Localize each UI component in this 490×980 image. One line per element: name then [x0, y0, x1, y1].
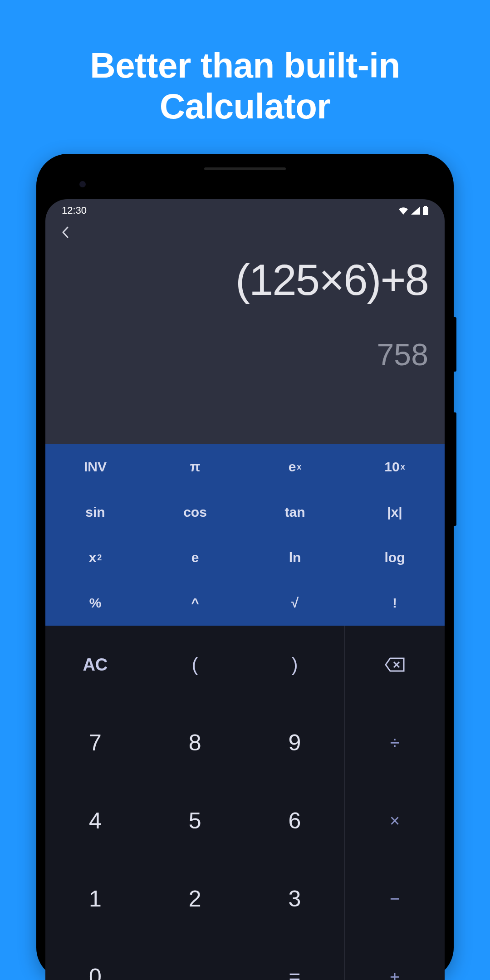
log-button[interactable]: log	[345, 535, 445, 580]
all-clear-button[interactable]: AC	[45, 626, 145, 704]
scientific-panel: INV π ex 10x sin cos tan |x| x2 e ln log…	[45, 444, 445, 626]
status-icons	[398, 206, 428, 215]
x-squared-base: x	[89, 550, 97, 565]
divide-button[interactable]: ÷	[345, 704, 445, 782]
equals-button[interactable]: =	[245, 938, 345, 980]
digit-0-button[interactable]: 0	[45, 938, 145, 980]
signal-icon	[411, 206, 420, 215]
x-squared-sup: 2	[97, 553, 102, 563]
backspace-icon	[385, 657, 405, 672]
ten-to-x-sup: x	[401, 462, 405, 472]
e-button[interactable]: e	[145, 535, 245, 580]
multiply-button[interactable]: ×	[345, 782, 445, 860]
number-grid: AC ( ) 7 8 9 4 5 6 1 2 3 0 . =	[45, 626, 344, 980]
phone-power-button	[454, 317, 456, 372]
promo-title: Better than built-in Calculator	[90, 45, 400, 127]
status-time: 12:30	[62, 205, 87, 216]
battery-icon	[423, 206, 428, 215]
phone-screen: 12:30 (125×6)+8 758 INV π ex 10x sin cos…	[45, 199, 445, 980]
digit-1-button[interactable]: 1	[45, 860, 145, 938]
wifi-icon	[398, 206, 408, 215]
sqrt-button[interactable]: √	[245, 580, 345, 626]
inv-button[interactable]: INV	[45, 444, 145, 490]
phone-camera	[79, 181, 86, 187]
power-button[interactable]: ^	[145, 580, 245, 626]
percent-button[interactable]: %	[45, 580, 145, 626]
digit-4-button[interactable]: 4	[45, 782, 145, 860]
expression-display: (125×6)+8	[62, 255, 428, 305]
chevron-left-icon	[62, 226, 69, 238]
left-paren-button[interactable]: (	[145, 626, 245, 704]
ln-button[interactable]: ln	[245, 535, 345, 580]
ten-to-x-base: 10	[384, 459, 399, 475]
status-bar: 12:30	[45, 199, 445, 222]
e-to-x-sup: x	[297, 462, 301, 472]
phone-speaker	[204, 167, 286, 170]
digit-2-button[interactable]: 2	[145, 860, 245, 938]
digit-8-button[interactable]: 8	[145, 704, 245, 782]
decimal-button[interactable]: .	[145, 938, 245, 980]
promo-line-2: Calculator	[160, 86, 330, 126]
ten-to-x-button[interactable]: 10x	[345, 444, 445, 490]
sin-button[interactable]: sin	[45, 490, 145, 535]
phone-volume-button	[454, 412, 456, 526]
digit-3-button[interactable]: 3	[245, 860, 345, 938]
tan-button[interactable]: tan	[245, 490, 345, 535]
e-to-x-base: e	[289, 459, 296, 475]
factorial-button[interactable]: !	[345, 580, 445, 626]
phone-frame: 12:30 (125×6)+8 758 INV π ex 10x sin cos…	[36, 154, 454, 980]
back-button[interactable]	[62, 226, 69, 241]
x-squared-button[interactable]: x2	[45, 535, 145, 580]
right-paren-button[interactable]: )	[245, 626, 345, 704]
e-to-x-button[interactable]: ex	[245, 444, 345, 490]
svg-rect-1	[424, 206, 427, 207]
subtract-button[interactable]: −	[345, 860, 445, 938]
result-display: 758	[62, 337, 428, 372]
digit-7-button[interactable]: 7	[45, 704, 145, 782]
abs-button[interactable]: |x|	[345, 490, 445, 535]
add-button[interactable]: +	[345, 938, 445, 980]
operator-column: ÷ × − +	[344, 626, 445, 980]
display-area: (125×6)+8 758	[45, 222, 445, 444]
cos-button[interactable]: cos	[145, 490, 245, 535]
main-keypad: AC ( ) 7 8 9 4 5 6 1 2 3 0 . = ÷	[45, 626, 445, 980]
delete-button[interactable]	[345, 626, 445, 704]
promo-line-1: Better than built-in	[90, 45, 400, 85]
pi-button[interactable]: π	[145, 444, 245, 490]
digit-9-button[interactable]: 9	[245, 704, 345, 782]
digit-5-button[interactable]: 5	[145, 782, 245, 860]
digit-6-button[interactable]: 6	[245, 782, 345, 860]
svg-rect-0	[423, 207, 428, 215]
